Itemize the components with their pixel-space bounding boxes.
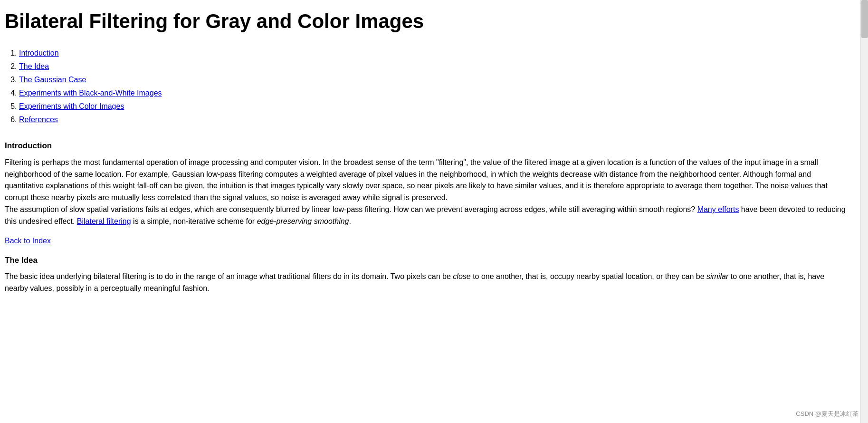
introduction-title: Introduction bbox=[5, 140, 849, 152]
toc-link-introduction[interactable]: Introduction bbox=[19, 49, 59, 57]
toc-link-the-idea[interactable]: The Idea bbox=[19, 62, 49, 70]
back-to-index-link[interactable]: Back to Index bbox=[5, 235, 849, 247]
toc-item-4: Experiments with Black-and-White Images bbox=[19, 87, 849, 99]
idea-p1-middle: to one another, that is, occupy nearby s… bbox=[471, 272, 706, 280]
the-idea-paragraph-1: The basic idea underlying bilateral filt… bbox=[5, 271, 849, 295]
intro-p2-end: is a simple, non-iterative scheme for bbox=[131, 217, 257, 225]
idea-similar-italic: similar bbox=[706, 272, 728, 280]
toc-item-2: The Idea bbox=[19, 61, 849, 72]
page-title: Bilateral Filtering for Gray and Color I… bbox=[5, 10, 849, 33]
table-of-contents: Introduction The Idea The Gaussian Case … bbox=[5, 48, 849, 125]
the-idea-section: The Idea The basic idea underlying bilat… bbox=[5, 254, 849, 295]
introduction-paragraph-1: Filtering is perhaps the most fundamenta… bbox=[5, 157, 849, 204]
introduction-section: Introduction Filtering is perhaps the mo… bbox=[5, 140, 849, 227]
toc-item-1: Introduction bbox=[19, 48, 849, 59]
the-idea-title: The Idea bbox=[5, 254, 849, 267]
toc-link-references[interactable]: References bbox=[19, 115, 58, 124]
intro-p2-start: The assumption of slow spatial variation… bbox=[5, 205, 697, 213]
idea-p1-start: The basic idea underlying bilateral filt… bbox=[5, 272, 453, 280]
scrollbar-thumb[interactable] bbox=[861, 0, 868, 38]
toc-list: Introduction The Idea The Gaussian Case … bbox=[19, 48, 849, 125]
toc-item-5: Experiments with Color Images bbox=[19, 101, 849, 112]
toc-link-gaussian-case[interactable]: The Gaussian Case bbox=[19, 76, 86, 84]
bilateral-filtering-link[interactable]: Bilateral filtering bbox=[77, 217, 131, 225]
intro-p2-italic: edge-preserving smoothing bbox=[257, 217, 349, 225]
scrollbar[interactable] bbox=[860, 0, 868, 314]
toc-link-bw-experiments[interactable]: Experiments with Black-and-White Images bbox=[19, 89, 162, 97]
toc-link-color-experiments[interactable]: Experiments with Color Images bbox=[19, 102, 124, 110]
toc-item-6: References bbox=[19, 114, 849, 125]
idea-close-italic: close bbox=[453, 272, 470, 280]
intro-p2-final: . bbox=[349, 217, 351, 225]
introduction-paragraph-2: The assumption of slow spatial variation… bbox=[5, 204, 849, 228]
toc-item-3: The Gaussian Case bbox=[19, 74, 849, 86]
many-efforts-link[interactable]: Many efforts bbox=[697, 205, 739, 213]
